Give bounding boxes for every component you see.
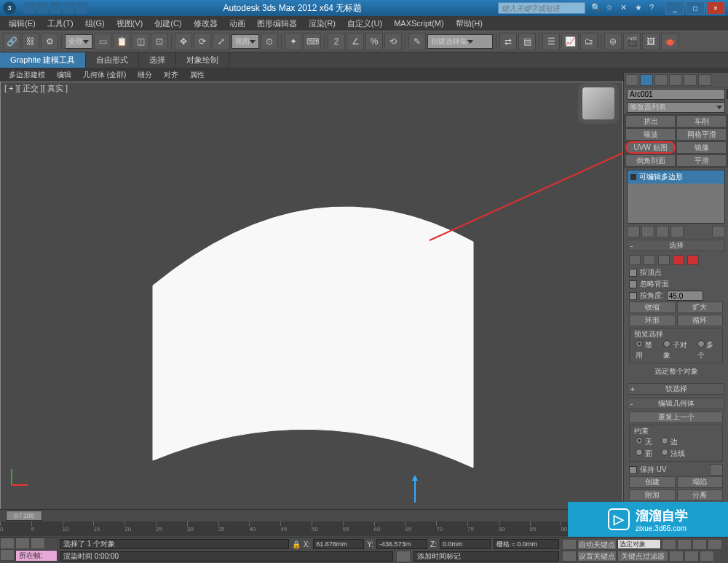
snap-2d-icon[interactable]: 2 xyxy=(328,33,345,50)
subtab-subdiv[interactable]: 细分 xyxy=(132,69,158,81)
subtab-properties[interactable]: 属性 xyxy=(184,69,210,81)
key-filter-field[interactable] xyxy=(617,539,661,549)
preserve-uv-checkbox[interactable] xyxy=(629,466,637,474)
display-tab-icon[interactable] xyxy=(684,74,697,86)
subscription-icon[interactable]: ☆ xyxy=(606,3,616,13)
time-tag-icon[interactable] xyxy=(396,551,411,562)
app-logo[interactable]: 3 xyxy=(3,1,16,15)
x-coord-field[interactable]: 61.678mm xyxy=(313,539,364,549)
link-icon[interactable]: 🔗 xyxy=(3,33,20,50)
help-icon[interactable]: ? xyxy=(649,3,660,13)
loop-button[interactable]: 循环 xyxy=(677,315,724,326)
subtab-geometry[interactable]: 几何体 (全部) xyxy=(77,69,132,81)
z-coord-field[interactable]: 0.0mm xyxy=(440,539,491,549)
prev-frame-icon[interactable] xyxy=(677,539,692,550)
viewcube[interactable] xyxy=(582,87,614,119)
stack-toggle-icon[interactable] xyxy=(630,174,636,180)
constraint-none-radio[interactable] xyxy=(636,437,643,444)
mirror-icon[interactable]: ⇄ xyxy=(499,33,517,50)
menu-create[interactable]: 创建(C) xyxy=(149,17,187,31)
preview-subobj-radio[interactable] xyxy=(663,340,670,347)
preview-multi-radio[interactable] xyxy=(697,340,705,347)
ribbon-tab-modeling[interactable]: Graphite 建模工具 xyxy=(0,52,86,68)
render-frame-icon[interactable]: 🖼 xyxy=(642,33,660,50)
subtab-align[interactable]: 对齐 xyxy=(158,69,184,81)
add-time-tag[interactable]: 添加时间标记 xyxy=(414,551,559,562)
mod-mirror-button[interactable]: 镜像 xyxy=(676,141,727,154)
by-angle-checkbox[interactable] xyxy=(629,292,637,300)
ring-button[interactable]: 环形 xyxy=(629,315,676,326)
subtab-edit[interactable]: 编辑 xyxy=(51,69,77,81)
prompt-icon[interactable] xyxy=(31,538,45,549)
menu-modifiers[interactable]: 修改器 xyxy=(188,17,223,31)
qat-save-icon[interactable] xyxy=(50,2,61,14)
maxscript-mini-icon[interactable] xyxy=(0,538,15,549)
rotate-icon[interactable]: ⟳ xyxy=(194,33,211,50)
y-coord-field[interactable]: -436.573m xyxy=(376,539,427,549)
align-icon[interactable]: ▤ xyxy=(518,33,536,50)
snap-percent-icon[interactable]: % xyxy=(365,33,383,50)
window-crossing-icon[interactable]: ⊡ xyxy=(151,33,168,50)
layers-icon[interactable]: ☰ xyxy=(542,33,560,50)
set-key-icon[interactable] xyxy=(562,539,577,550)
edit-geometry-header[interactable]: -编辑几何体 xyxy=(627,398,725,409)
utilities-tab-icon[interactable] xyxy=(698,74,711,86)
selection-filter-dropdown[interactable]: 全部 xyxy=(65,34,92,49)
pivot-icon[interactable]: ⊙ xyxy=(261,33,278,50)
time-slider[interactable]: 0 / 100 xyxy=(0,510,623,521)
schematic-icon[interactable]: 🗂 xyxy=(580,33,598,50)
mod-uvw-map-button[interactable]: UVW 贴图 xyxy=(625,141,676,154)
render-setup-icon[interactable]: 🎬 xyxy=(623,33,641,50)
selection-rollout-header[interactable]: -选择 xyxy=(627,240,725,251)
element-subobj-icon[interactable] xyxy=(687,255,699,265)
subtab-poly-model[interactable]: 多边形建模 xyxy=(3,69,51,81)
named-selection-dropdown[interactable]: 创建选择集 xyxy=(427,34,493,49)
viewport-object[interactable] xyxy=(131,154,495,475)
next-frame-icon[interactable] xyxy=(708,539,722,550)
grow-button[interactable]: 扩大 xyxy=(677,302,724,313)
play-icon[interactable] xyxy=(692,539,707,550)
menu-graph-editors[interactable]: 图形编辑器 xyxy=(251,17,303,31)
nav-pan-icon[interactable] xyxy=(669,551,684,562)
menu-rendering[interactable]: 渲染(R) xyxy=(303,17,341,31)
create-tab-icon[interactable] xyxy=(625,74,638,86)
detach-button[interactable]: 分离 xyxy=(677,489,724,501)
stack-item-editable-poly[interactable]: 可编辑多边形 xyxy=(628,170,724,184)
manipulate-icon[interactable]: ✦ xyxy=(285,33,302,50)
shrink-button[interactable]: 收缩 xyxy=(629,302,676,313)
spinner-snap-icon[interactable]: ⟲ xyxy=(384,33,402,50)
motion-tab-icon[interactable] xyxy=(669,74,682,86)
time-slider-handle[interactable]: 0 / 100 xyxy=(6,511,42,521)
qat-open-icon[interactable] xyxy=(36,2,48,14)
close-button[interactable]: × xyxy=(706,1,725,15)
create-button[interactable]: 创建 xyxy=(629,476,676,488)
ribbon-tab-paint[interactable]: 对象绘制 xyxy=(176,52,229,68)
favorite-icon[interactable]: ★ xyxy=(635,3,645,13)
nav-zoom-icon[interactable] xyxy=(684,551,699,562)
qat-new-icon[interactable] xyxy=(23,2,35,14)
configure-sets-icon[interactable] xyxy=(712,226,725,237)
constraint-face-radio[interactable] xyxy=(636,449,643,456)
goto-start-icon[interactable] xyxy=(662,539,676,550)
exchange-icon[interactable]: ✕ xyxy=(620,3,630,13)
viewport-label[interactable]: [ + ][ 正交 ][ 真实 ] xyxy=(4,83,68,94)
pin-stack-icon[interactable] xyxy=(627,226,640,237)
mod-extrude-button[interactable]: 挤出 xyxy=(625,115,676,127)
select-name-icon[interactable]: 📋 xyxy=(113,33,130,50)
mod-meshsmooth-button[interactable]: 网格平滑 xyxy=(676,128,727,141)
modifier-list-dropdown[interactable]: 修改器列表 xyxy=(627,102,725,113)
help-search-input[interactable] xyxy=(498,2,585,14)
render-icon[interactable]: 🫖 xyxy=(661,33,678,50)
preview-disable-radio[interactable] xyxy=(636,340,643,347)
set-key-button[interactable]: 设置关键点 xyxy=(577,551,617,562)
repeat-last-button[interactable]: 重复上一个 xyxy=(629,412,723,423)
move-icon[interactable]: ✥ xyxy=(175,33,192,50)
angle-spinner[interactable] xyxy=(667,291,703,301)
select-icon[interactable]: ▭ xyxy=(94,33,111,50)
nav-orbit-icon[interactable] xyxy=(700,551,714,562)
curve-editor-icon[interactable]: 📈 xyxy=(561,33,579,50)
isolate-icon[interactable] xyxy=(0,549,15,561)
object-name-input[interactable] xyxy=(627,89,725,100)
search-icon[interactable]: 🔍 xyxy=(591,3,601,13)
scale-icon[interactable]: ⤢ xyxy=(213,33,230,50)
